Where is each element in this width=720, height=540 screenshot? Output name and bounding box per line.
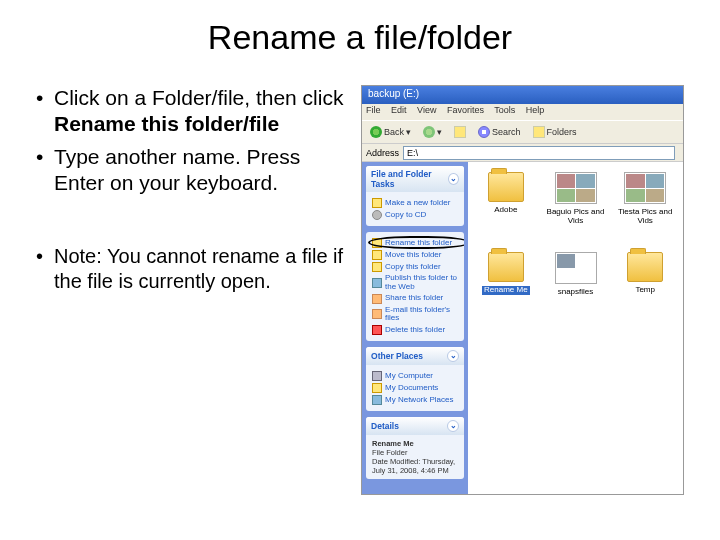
place-network[interactable]: My Network Places bbox=[372, 395, 458, 405]
folder-item-temp[interactable]: Temp bbox=[611, 248, 679, 326]
bullet-dot: • bbox=[36, 244, 54, 294]
search-label: Search bbox=[492, 127, 521, 137]
details-modified: Date Modified: Thursday, July 31, 2008, … bbox=[372, 457, 458, 475]
bullet-1a: Click on a Folder/file, then click bbox=[54, 86, 343, 109]
task-pane: File and Folder Tasks ⌄ Make a new folde… bbox=[362, 162, 468, 494]
copy-icon bbox=[372, 262, 382, 272]
bullet-dot: • bbox=[36, 85, 54, 138]
folder-item-snapsfiles[interactable]: snapsfiles bbox=[542, 248, 610, 326]
other-places-header[interactable]: Other Places ⌄ bbox=[366, 347, 464, 365]
folders-label: Folders bbox=[547, 127, 577, 137]
toolbar: Back▾ ▾ Search Folders bbox=[362, 120, 683, 144]
folder-item-adobe[interactable]: Adobe bbox=[472, 168, 540, 246]
back-button[interactable]: Back▾ bbox=[366, 125, 415, 139]
task-move[interactable]: Move this folder bbox=[372, 250, 458, 260]
task-publish[interactable]: Publish this folder to the Web bbox=[372, 274, 458, 292]
folder-thumb-icon bbox=[555, 172, 597, 204]
collapse-icon: ⌄ bbox=[447, 350, 459, 362]
explorer-window: backup (E:) File Edit View Favorites Too… bbox=[361, 85, 684, 495]
place-my-computer[interactable]: My Computer bbox=[372, 371, 458, 381]
task-delete-label: Delete this folder bbox=[385, 326, 445, 335]
task-rename[interactable]: Rename this folder bbox=[372, 238, 458, 248]
place-network-label: My Network Places bbox=[385, 396, 453, 405]
collapse-icon: ⌄ bbox=[447, 420, 459, 432]
bullet-1: • Click on a Folder/file, then click Ren… bbox=[36, 85, 353, 138]
file-pane[interactable]: Adobe Baguio Pics and Vids Tiesta Pics a… bbox=[468, 162, 683, 494]
folder-item-baguio[interactable]: Baguio Pics and Vids bbox=[542, 168, 610, 246]
page-title: Rename a file/folder bbox=[0, 18, 720, 57]
details-name: Rename Me bbox=[372, 439, 458, 448]
my-documents-icon bbox=[372, 383, 382, 393]
folder-icon bbox=[488, 252, 524, 282]
rename-icon bbox=[372, 238, 382, 248]
task-email[interactable]: E-mail this folder's files bbox=[372, 306, 458, 324]
bullet-2: • Type another name. Press Enter on your… bbox=[36, 144, 353, 197]
window-titlebar: backup (E:) bbox=[362, 86, 683, 104]
task-copy-label: Copy this folder bbox=[385, 263, 441, 272]
folders-icon bbox=[533, 126, 545, 138]
back-dropdown-icon: ▾ bbox=[406, 127, 411, 137]
forward-icon bbox=[423, 126, 435, 138]
task-email-label: E-mail this folder's files bbox=[385, 306, 458, 324]
collapse-icon: ⌄ bbox=[448, 173, 459, 185]
details-type: File Folder bbox=[372, 448, 458, 457]
folder-label: snapsfiles bbox=[558, 288, 594, 297]
back-icon bbox=[370, 126, 382, 138]
file-folder-tasks-body-2: Rename this folder Move this folder Copy… bbox=[366, 232, 464, 341]
details-header[interactable]: Details ⌄ bbox=[366, 417, 464, 435]
menu-edit[interactable]: Edit bbox=[391, 105, 407, 115]
file-folder-tasks-panel-2: Rename this folder Move this folder Copy… bbox=[366, 232, 464, 341]
folder-item-rename-me[interactable]: Rename Me bbox=[472, 248, 540, 326]
other-places-body: My Computer My Documents My Network Plac… bbox=[366, 365, 464, 411]
menu-file[interactable]: File bbox=[366, 105, 381, 115]
task-delete[interactable]: Delete this folder bbox=[372, 325, 458, 335]
folder-label: Temp bbox=[635, 286, 655, 295]
folder-label: Rename Me bbox=[482, 286, 530, 295]
forward-button[interactable]: ▾ bbox=[419, 125, 446, 139]
task-copy[interactable]: Copy this folder bbox=[372, 262, 458, 272]
file-folder-tasks-body: Make a new folder Copy to CD bbox=[366, 192, 464, 226]
task-new-folder[interactable]: Make a new folder bbox=[372, 198, 458, 208]
folder-label: Tiesta Pics and Vids bbox=[614, 208, 676, 226]
menubar[interactable]: File Edit View Favorites Tools Help bbox=[362, 104, 683, 120]
menu-favorites[interactable]: Favorites bbox=[447, 105, 484, 115]
search-button[interactable]: Search bbox=[474, 125, 525, 139]
bullet-note: • Note: You cannot rename a file if the … bbox=[36, 244, 353, 294]
place-my-documents[interactable]: My Documents bbox=[372, 383, 458, 393]
folder-item-tiesta[interactable]: Tiesta Pics and Vids bbox=[611, 168, 679, 246]
menu-help[interactable]: Help bbox=[526, 105, 545, 115]
address-bar: Address E:\ bbox=[362, 144, 683, 162]
bullet-2-text: Type another name. Press Enter on your k… bbox=[54, 144, 353, 197]
address-input[interactable]: E:\ bbox=[403, 146, 675, 160]
fwd-dropdown-icon: ▾ bbox=[437, 127, 442, 137]
task-share-label: Share this folder bbox=[385, 294, 443, 303]
folder-thumb-icon bbox=[555, 252, 597, 284]
cd-icon bbox=[372, 210, 382, 220]
move-icon bbox=[372, 250, 382, 260]
details-body: Rename Me File Folder Date Modified: Thu… bbox=[366, 435, 464, 479]
menu-tools[interactable]: Tools bbox=[494, 105, 515, 115]
task-copy-cd-label: Copy to CD bbox=[385, 211, 426, 220]
place-my-documents-label: My Documents bbox=[385, 384, 438, 393]
file-folder-tasks-header[interactable]: File and Folder Tasks ⌄ bbox=[366, 166, 464, 192]
content-row: • Click on a Folder/file, then click Ren… bbox=[0, 85, 720, 495]
address-label: Address bbox=[366, 148, 399, 158]
share-icon bbox=[372, 294, 382, 304]
file-folder-tasks-panel: File and Folder Tasks ⌄ Make a new folde… bbox=[366, 166, 464, 226]
folder-label: Adobe bbox=[494, 206, 517, 215]
new-folder-icon bbox=[372, 198, 382, 208]
other-places-panel: Other Places ⌄ My Computer My Documents … bbox=[366, 347, 464, 411]
folders-button[interactable]: Folders bbox=[529, 125, 581, 139]
publish-icon bbox=[372, 278, 382, 288]
task-share[interactable]: Share this folder bbox=[372, 294, 458, 304]
search-icon bbox=[478, 126, 490, 138]
menu-view[interactable]: View bbox=[417, 105, 436, 115]
my-computer-icon bbox=[372, 371, 382, 381]
other-places-title: Other Places bbox=[371, 351, 423, 361]
up-button[interactable] bbox=[450, 125, 470, 139]
bullet-1-text: Click on a Folder/file, then click Renam… bbox=[54, 85, 353, 138]
task-copy-cd[interactable]: Copy to CD bbox=[372, 210, 458, 220]
bullet-1b: Rename this folder/file bbox=[54, 112, 279, 135]
email-icon bbox=[372, 309, 382, 319]
task-new-folder-label: Make a new folder bbox=[385, 199, 450, 208]
